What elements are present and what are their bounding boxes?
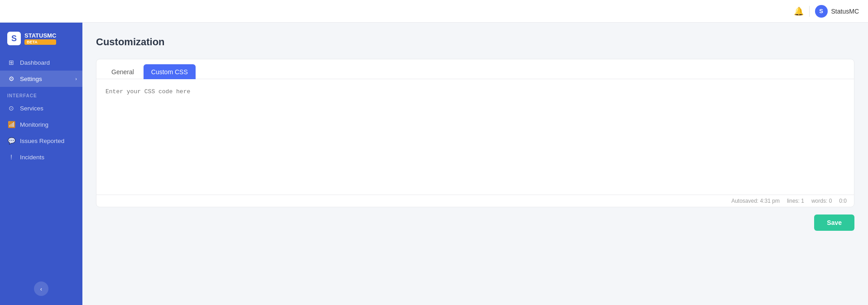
incidents-icon: ! (7, 153, 15, 161)
brand-name: STATUSMC (24, 33, 56, 38)
lines-stat: lines: 1 (787, 198, 804, 204)
sidebar-item-label-settings: Settings (20, 76, 42, 82)
editor-footer: Autosaved: 4:31 pm lines: 1 words: 0 0:0 (96, 195, 854, 207)
logo-text: STATUSMC BETA (24, 33, 56, 45)
services-icon: ⊙ (7, 105, 15, 112)
settings-icon: ⚙ (7, 75, 15, 82)
main-content: Customization General Custom CSS Autosav… (82, 23, 868, 305)
save-button[interactable]: Save (814, 214, 854, 231)
editor-stats: lines: 1 words: 0 0:0 (787, 198, 847, 204)
dashboard-icon: ⊞ (7, 59, 15, 66)
sidebar-item-settings[interactable]: ⚙ Settings › (0, 71, 82, 87)
header-username: StatusMC (831, 8, 859, 15)
sidebar-item-label-issues-reported: Issues Reported (20, 138, 64, 144)
sidebar-item-services[interactable]: ⊙ Services (0, 100, 82, 116)
monitoring-icon: 📶 (7, 121, 15, 128)
customization-card: General Custom CSS Autosaved: 4:31 pm li… (96, 59, 854, 207)
layout: S STATUSMC BETA ⊞ Dashboard ⚙ Settings ›… (0, 23, 868, 305)
sidebar-logo: S STATUSMC BETA (0, 27, 82, 54)
page-title: Customization (96, 36, 854, 48)
sidebar-collapse-button[interactable]: ‹ (34, 281, 48, 296)
logo-icon: S (7, 32, 21, 45)
user-menu[interactable]: S StatusMC (815, 5, 859, 18)
cursor-position: 0:0 (839, 198, 847, 204)
collapse-icon: ‹ (40, 286, 42, 292)
sidebar-item-label-incidents: Incidents (20, 154, 44, 161)
css-editor-textarea[interactable] (96, 79, 854, 195)
chevron-right-icon: › (75, 76, 77, 81)
user-avatar: S (815, 5, 828, 18)
sidebar-item-incidents[interactable]: ! Incidents (0, 149, 82, 165)
tab-custom-css[interactable]: Custom CSS (144, 64, 196, 79)
header-right: 🔔 S StatusMC (794, 5, 859, 18)
words-stat: words: 0 (811, 198, 832, 204)
top-header: 🔔 S StatusMC (0, 0, 868, 23)
beta-badge: BETA (24, 39, 56, 45)
autosaved-label: Autosaved: 4:31 pm (731, 198, 780, 204)
sidebar-item-issues-reported[interactable]: 💬 Issues Reported (0, 133, 82, 149)
sidebar-item-label-services: Services (20, 105, 43, 112)
sidebar: S STATUSMC BETA ⊞ Dashboard ⚙ Settings ›… (0, 23, 82, 305)
notification-bell-icon[interactable]: 🔔 (794, 6, 804, 16)
interface-section-label: INTERFACE (0, 87, 82, 100)
sidebar-item-monitoring[interactable]: 📶 Monitoring (0, 116, 82, 133)
sidebar-item-label-dashboard: Dashboard (20, 59, 50, 66)
editor-area: Autosaved: 4:31 pm lines: 1 words: 0 0:0 (96, 79, 854, 207)
header-divider (809, 6, 810, 17)
save-bar: Save (96, 207, 854, 231)
issues-icon: 💬 (7, 137, 15, 144)
sidebar-item-dashboard[interactable]: ⊞ Dashboard (0, 54, 82, 71)
tab-general[interactable]: General (104, 64, 142, 79)
sidebar-item-label-monitoring: Monitoring (20, 121, 48, 128)
tabs-bar: General Custom CSS (96, 59, 854, 79)
